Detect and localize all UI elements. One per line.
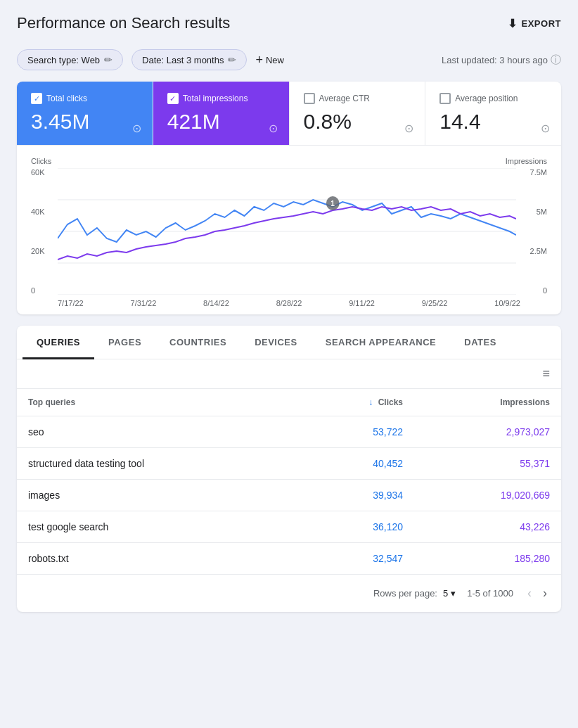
chart-container: Clicks Impressions 60K 40K 20K 0 7.5M 5M… [17,146,561,314]
cell-query: structured data testing tool [17,448,299,480]
cell-query: images [17,480,299,511]
metric-avg-position[interactable]: Average position 14.4 ⊙ [425,82,561,145]
metrics-section: Total clicks 3.45M ⊙ Total impressions 4… [17,82,561,314]
tab-queries[interactable]: QUERIES [23,326,94,359]
tab-pages[interactable]: PAGES [94,326,155,359]
cell-clicks: 40,452 [299,448,414,480]
chart-y-label-left: Clicks [31,157,51,165]
help-icon: ⓘ [551,53,561,67]
page-title: Performance on Search results [17,14,230,32]
metric-total-impressions[interactable]: Total impressions 421M ⊙ [153,82,290,145]
edit-icon: ✏ [228,54,236,65]
chevron-down-icon: ▾ [451,588,456,599]
last-updated-text: Last updated: 3 hours ago ⓘ [442,53,561,67]
col-header-impressions: Impressions [414,389,561,416]
sort-arrow-icon: ↓ [368,397,373,407]
help-icon: ⊙ [132,122,141,135]
rows-per-page-select[interactable]: 5 ▾ [443,588,456,599]
page-nav: ‹ › [525,583,550,604]
table-row: seo 53,722 2,973,027 [17,416,561,448]
download-icon: ⬇ [508,17,518,30]
search-type-filter[interactable]: Search type: Web ✏ [17,49,123,70]
filter-row: ≡ [17,359,561,389]
y-axis-right: 7.5M 5M 2.5M 0 [519,168,547,295]
data-table: Top queries ↓ Clicks Impressions seo 53,… [17,389,561,574]
total-clicks-checkbox[interactable] [31,93,42,104]
table-row: robots.txt 32,547 185,280 [17,543,561,575]
cell-impressions: 43,226 [414,511,561,543]
pagination: Rows per page: 5 ▾ 1-5 of 1000 ‹ › [17,574,561,612]
cell-impressions: 55,371 [414,448,561,480]
svg-text:1: 1 [330,199,335,207]
tabs: QUERIES PAGES COUNTRIES DEVICES SEARCH A… [17,326,561,359]
avg-position-checkbox[interactable] [439,93,451,104]
col-header-query: Top queries [17,389,299,416]
prev-page-button[interactable]: ‹ [525,583,534,604]
filter-icon-button[interactable]: ≡ [542,366,550,381]
col-header-clicks[interactable]: ↓ Clicks [299,389,414,416]
cell-query: seo [17,416,299,448]
tab-dates[interactable]: DATES [450,326,510,359]
toolbar: Search type: Web ✏ Date: Last 3 months ✏… [0,44,578,82]
date-filter[interactable]: Date: Last 3 months ✏ [131,49,247,70]
table-section: QUERIES PAGES COUNTRIES DEVICES SEARCH A… [17,326,561,612]
help-icon: ⊙ [269,122,278,135]
export-button[interactable]: ⬇ EXPORT [508,17,561,30]
edit-icon: ✏ [104,54,113,65]
metric-total-clicks[interactable]: Total clicks 3.45M ⊙ [17,82,153,145]
table-row: test google search 36,120 43,226 [17,511,561,543]
avg-ctr-checkbox[interactable] [304,93,315,104]
help-icon: ⊙ [541,122,550,135]
cell-clicks: 32,547 [299,543,414,575]
cell-impressions: 19,020,669 [414,480,561,511]
cell-query: robots.txt [17,543,299,575]
table-header-row: Top queries ↓ Clicks Impressions [17,389,561,416]
chart-y-label-right: Impressions [506,157,547,165]
x-axis: 7/17/22 7/31/22 8/14/22 8/28/22 9/11/22 … [31,295,547,307]
table-row: structured data testing tool 40,452 55,3… [17,448,561,480]
table-row: images 39,934 19,020,669 [17,480,561,511]
metrics-row: Total clicks 3.45M ⊙ Total impressions 4… [17,82,561,146]
cell-clicks: 39,934 [299,480,414,511]
metric-avg-ctr[interactable]: Average CTR 0.8% ⊙ [290,82,426,145]
plus-icon: + [255,53,263,68]
tab-devices[interactable]: DEVICES [240,326,312,359]
chart-area: 60K 40K 20K 0 7.5M 5M 2.5M 0 [31,168,547,295]
cell-clicks: 36,120 [299,511,414,543]
tab-search-appearance[interactable]: SEARCH APPEARANCE [312,326,451,359]
new-button[interactable]: + New [255,53,284,68]
page-range: 1-5 of 1000 [467,588,513,599]
cell-query: test google search [17,511,299,543]
cell-clicks: 53,722 [299,416,414,448]
cell-impressions: 2,973,027 [414,416,561,448]
chart-svg: 1 [58,168,516,295]
page-header: Performance on Search results ⬇ EXPORT [0,0,578,44]
help-icon: ⊙ [404,122,413,135]
total-impressions-checkbox[interactable] [167,93,179,104]
rows-per-page: Rows per page: 5 ▾ [373,588,456,599]
next-page-button[interactable]: › [540,583,550,604]
cell-impressions: 185,280 [414,543,561,575]
y-axis-left: 60K 40K 20K 0 [31,168,56,295]
tab-countries[interactable]: COUNTRIES [155,326,240,359]
